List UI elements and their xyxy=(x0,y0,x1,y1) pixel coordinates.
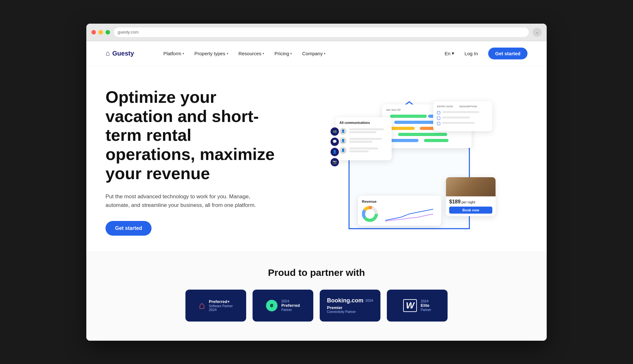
communications-panel: 📹 💬 👤 📷 All communications 👤 xyxy=(336,117,392,160)
dashboard-panels: 📹 💬 👤 📷 All communications 👤 xyxy=(332,92,486,232)
nav-links: Platform ▾ Property types ▾ Resources ▾ … xyxy=(160,48,445,59)
price-amount: $189 xyxy=(449,199,461,204)
comms-panel-title: All communications xyxy=(340,121,388,125)
entry-panel: ENTRY DATE DESCRIPTION xyxy=(433,101,492,131)
nav-item-property-types[interactable]: Property types ▾ xyxy=(191,48,232,59)
language-text: En xyxy=(445,51,450,56)
booking-line1: Premier xyxy=(327,305,373,310)
chevron-down-icon: ▾ xyxy=(452,50,454,56)
logo[interactable]: ⌂ Guesty xyxy=(106,49,134,57)
airbnb-line2: Software Partner xyxy=(209,304,233,308)
price-unit: per night xyxy=(462,200,475,204)
get-started-nav-button[interactable]: Get started xyxy=(488,48,528,59)
nav-label-pricing: Pricing xyxy=(274,51,289,56)
gantt-row xyxy=(386,138,468,143)
browser-menu-button[interactable]: ⌄ xyxy=(533,28,542,37)
minimize-button[interactable] xyxy=(98,30,103,34)
tripadvisor-year: 2024 xyxy=(281,299,300,303)
tripadvisor-line2: Partner xyxy=(281,308,300,312)
checkbox xyxy=(437,122,440,125)
hero-cta-button[interactable]: Get started xyxy=(106,221,152,236)
airbnb-year: 2024 xyxy=(209,308,233,312)
url-text: guesty.com xyxy=(118,30,139,34)
vrbo-line1: Elite xyxy=(421,303,431,308)
revenue-panel: Revenue xyxy=(358,196,441,226)
booking-price: $189 per night xyxy=(449,199,492,205)
avatar: 👤 xyxy=(340,128,347,135)
revenue-pie-chart xyxy=(362,206,378,222)
vrbo-year: 2024 xyxy=(421,299,431,303)
hero-illustration: 📹 💬 👤 📷 All communications 👤 xyxy=(291,88,528,235)
login-button[interactable]: Log In xyxy=(459,48,483,59)
booking-partner-card: Booking.com 2024 Premier Connectivity Pa… xyxy=(320,290,380,322)
hero-subtitle: Put the most advanced technology to work… xyxy=(106,192,259,209)
navbar: ⌂ Guesty Platform ▾ Property types ▾ Res… xyxy=(86,41,547,66)
avatar: 👤 xyxy=(340,137,347,144)
booking-line2: Connectivity Partner xyxy=(327,310,373,314)
browser-chrome: guesty.com ⌄ xyxy=(86,24,547,41)
tripadvisor-partner-card: e 2024 Preferred Partner xyxy=(253,290,313,322)
vrbo-line2: Partner xyxy=(421,308,431,312)
entry-row xyxy=(437,122,488,125)
entry-col-title: ENTRY DATE xyxy=(437,105,453,108)
chevron-down-icon: ▾ xyxy=(227,52,228,55)
nav-item-platform[interactable]: Platform ▾ xyxy=(160,48,188,59)
book-now-label: Book now xyxy=(462,208,479,212)
partners-grid: ⌂ Preferred+ Software Partner 2024 e 202… xyxy=(106,290,528,322)
checkbox xyxy=(437,111,440,114)
user-icon[interactable]: 👤 xyxy=(331,148,339,156)
browser-window: guesty.com ⌄ ⌂ Guesty Platform ▾ Propert… xyxy=(86,24,547,341)
traffic-lights xyxy=(91,30,110,34)
avatar: 👤 xyxy=(340,147,347,154)
nav-item-resources[interactable]: Resources ▾ xyxy=(235,48,268,59)
property-image xyxy=(446,177,496,196)
partners-section: Proud to partner with ⌂ Preferred+ Softw… xyxy=(86,251,547,341)
vrbo-partner-card: W 2024 Elite Partner xyxy=(387,290,448,322)
description-col-title: DESCRIPTION xyxy=(459,105,477,108)
video-icon[interactable]: 📹 xyxy=(331,127,339,136)
booking-logo-icon: Booking.com xyxy=(327,297,363,304)
chevron-down-icon: ▾ xyxy=(324,52,325,55)
chevron-down-icon: ▾ xyxy=(183,52,184,55)
whatsapp-icon[interactable]: 💬 xyxy=(331,138,339,146)
tripadvisor-logo-icon: e xyxy=(266,300,277,311)
comms-item: 👤 xyxy=(340,128,388,135)
airbnb-line1: Preferred+ xyxy=(209,299,233,304)
camera-icon[interactable]: 📷 xyxy=(331,158,339,166)
revenue-line-chart xyxy=(381,206,437,222)
hero-left: Optimize your vacation and short-term re… xyxy=(106,88,278,236)
chevron-down-icon: ▾ xyxy=(290,52,292,55)
logo-icon: ⌂ xyxy=(106,49,110,57)
address-bar[interactable]: guesty.com xyxy=(114,27,529,37)
cal-date-start: Jan Sun 03 xyxy=(386,108,401,111)
logo-text: Guesty xyxy=(112,50,134,57)
nav-label-platform: Platform xyxy=(163,51,181,56)
language-selector[interactable]: En ▾ xyxy=(445,50,454,56)
revenue-title: Revenue xyxy=(362,200,437,203)
login-text: Log In xyxy=(465,51,478,56)
nav-label-company: Company xyxy=(302,51,323,56)
nav-item-pricing[interactable]: Pricing ▾ xyxy=(270,48,296,59)
airbnb-logo-icon: ⌂ xyxy=(199,300,205,311)
vrbo-logo-icon: W xyxy=(403,299,417,312)
nav-label-resources: Resources xyxy=(238,51,262,56)
airbnb-partner-card: ⌂ Preferred+ Software Partner 2024 xyxy=(185,290,246,322)
nav-label-property-types: Property types xyxy=(194,51,225,56)
comms-item: 👤 xyxy=(340,137,388,144)
comms-item: 👤 xyxy=(340,147,388,154)
hero-title: Optimize your vacation and short-term re… xyxy=(106,88,278,183)
page-content: ⌂ Guesty Platform ▾ Property types ▾ Res… xyxy=(86,41,547,341)
close-button[interactable] xyxy=(91,30,96,34)
tripadvisor-line1: Preferred xyxy=(281,303,300,308)
get-started-nav-label: Get started xyxy=(495,51,520,56)
maximize-button[interactable] xyxy=(106,30,110,34)
nav-item-company[interactable]: Company ▾ xyxy=(298,48,329,59)
entry-row xyxy=(437,117,488,120)
partners-title: Proud to partner with xyxy=(106,267,528,278)
book-now-button[interactable]: Book now xyxy=(449,207,492,214)
nav-right: En ▾ Log In Get started xyxy=(445,48,528,59)
gantt-row xyxy=(386,132,468,137)
booking-card: $189 per night Book now xyxy=(446,177,496,216)
communication-icons: 📹 💬 👤 📷 xyxy=(331,127,339,166)
chevron-down-icon: ▾ xyxy=(262,52,264,55)
